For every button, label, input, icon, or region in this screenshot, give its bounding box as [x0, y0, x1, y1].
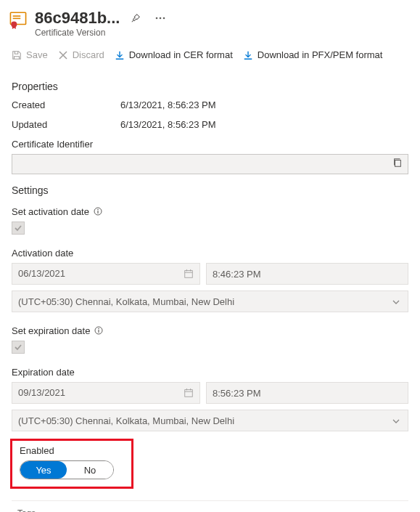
chevron-down-icon — [392, 417, 400, 428]
calendar-icon — [184, 388, 194, 400]
info-icon[interactable] — [94, 326, 104, 336]
toolbar: Save Discard Download in CER format Down… — [0, 42, 420, 70]
settings-heading: Settings — [12, 184, 408, 196]
enabled-label: Enabled — [20, 445, 124, 456]
expiration-date-input[interactable]: 09/13/2021 — [12, 382, 200, 404]
activation-date-input[interactable]: 06/13/2021 — [12, 263, 200, 285]
created-value: 6/13/2021, 8:56:23 PM — [120, 99, 216, 110]
page-subtitle: Certificate Version — [35, 28, 408, 38]
svg-point-4 — [156, 17, 158, 20]
download-icon — [115, 50, 125, 60]
enabled-no[interactable]: No — [67, 461, 113, 479]
download-pfx-button[interactable]: Download in PFX/PEM format — [243, 49, 383, 60]
expiration-checkbox — [12, 341, 25, 354]
svg-point-16 — [99, 328, 100, 330]
svg-rect-18 — [185, 390, 193, 397]
tags-label: Tags — [17, 508, 45, 512]
svg-rect-7 — [395, 160, 401, 167]
enabled-highlight: Enabled Yes No — [10, 439, 133, 489]
updated-label: Updated — [12, 119, 120, 130]
enabled-yes[interactable]: Yes — [20, 461, 67, 479]
download-icon — [243, 50, 253, 60]
expiration-time-input[interactable]: 8:56:23 PM — [206, 382, 408, 404]
calendar-icon — [184, 269, 194, 281]
more-icon[interactable] — [152, 9, 169, 27]
set-expiration-label: Set expiration date — [12, 325, 90, 336]
created-label: Created — [12, 99, 120, 110]
svg-point-9 — [97, 209, 99, 211]
cert-id-input[interactable] — [12, 154, 408, 174]
info-icon[interactable] — [94, 207, 103, 216]
activation-checkbox — [12, 222, 25, 235]
save-button: Save — [12, 49, 48, 60]
activation-tz-select[interactable]: (UTC+05:30) Chennai, Kolkata, Mumbai, Ne… — [12, 290, 408, 312]
expiration-tz-select[interactable]: (UTC+05:30) Chennai, Kolkata, Mumbai, Ne… — [12, 410, 408, 431]
set-activation-label: Set activation date — [12, 206, 89, 217]
svg-point-6 — [163, 17, 165, 20]
svg-rect-11 — [185, 271, 193, 278]
page-title: 86c9481b... — [35, 9, 120, 28]
save-icon — [12, 50, 22, 60]
discard-button: Discard — [58, 49, 104, 60]
pin-icon[interactable] — [127, 9, 144, 27]
cert-id-label: Certificate Identifier — [12, 139, 93, 150]
svg-point-5 — [160, 17, 162, 20]
enabled-toggle[interactable]: Yes No — [20, 460, 114, 479]
activation-time-input[interactable]: 8:46:23 PM — [206, 263, 408, 285]
discard-icon — [58, 50, 68, 60]
properties-heading: Properties — [12, 81, 408, 92]
updated-value: 6/13/2021, 8:56:23 PM — [120, 119, 216, 130]
tags-row[interactable]: Tags 0 tags — [12, 500, 408, 512]
expiration-date-heading: Expiration date — [12, 367, 75, 378]
page-header: 86c9481b... Certificate Version — [0, 0, 420, 42]
chevron-down-icon — [392, 298, 400, 309]
download-cer-button[interactable]: Download in CER format — [115, 49, 233, 60]
copy-icon[interactable] — [392, 158, 404, 169]
activation-date-heading: Activation date — [12, 248, 73, 259]
certificate-icon — [9, 10, 28, 29]
